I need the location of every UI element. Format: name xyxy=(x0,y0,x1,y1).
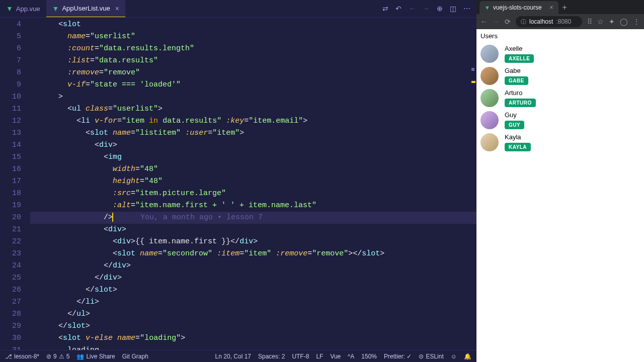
user-badge[interactable]: ARTURO xyxy=(505,99,536,107)
tab-label: App.vue xyxy=(16,5,40,13)
avatar xyxy=(480,133,499,151)
undo-icon[interactable]: ↶ xyxy=(395,5,401,13)
user-list: AxelleAXELLEGabeGABEArturoARTUROGuyGUYKa… xyxy=(480,43,640,153)
user-name: Kayla xyxy=(505,133,531,141)
status-bar: ⎇lesson-8* ⊘9 ⚠5 👥Live Share Git Graph L… xyxy=(0,350,476,362)
feedback-icon[interactable]: ☺ xyxy=(451,353,457,360)
address-bar[interactable]: ⓘ localhost:8080 xyxy=(516,16,582,27)
close-icon[interactable]: × xyxy=(115,5,119,13)
address-port: :8080 xyxy=(556,18,571,25)
prev-icon[interactable]: ← xyxy=(409,5,416,13)
new-tab-button[interactable]: + xyxy=(558,1,571,14)
warning-icon: ⚠ xyxy=(59,353,64,360)
next-icon[interactable]: → xyxy=(423,5,430,13)
address-host: localhost xyxy=(529,18,553,25)
prettier-status[interactable]: Prettier: ✓ xyxy=(384,353,412,360)
editor-panel: ▼ App.vue ▼ AppUserList.vue × ⇄ ↶ ← → ⊕ … xyxy=(0,0,476,362)
tab-actions: ⇄ ↶ ← → ⊕ ◫ ⋯ xyxy=(382,5,476,13)
notifications-icon[interactable]: 🔔 xyxy=(464,353,471,360)
split-icon[interactable]: ◫ xyxy=(450,5,456,13)
user-row: GuyGUY xyxy=(480,109,640,131)
user-name: Arturo xyxy=(505,89,536,97)
minimap-markers xyxy=(471,68,475,83)
indent-setting[interactable]: Spaces: 2 xyxy=(258,353,285,360)
user-row: GabeGABE xyxy=(480,65,640,87)
user-badge[interactable]: GABE xyxy=(505,76,528,85)
tab-appuserlist-vue[interactable]: ▼ AppUserList.vue × xyxy=(46,0,125,17)
user-row: ArturoARTURO xyxy=(480,87,640,109)
avatar xyxy=(480,89,499,107)
browser-tab[interactable]: ▼ vuejs-slots-course × xyxy=(479,1,558,14)
eslint-icon: ⊝ xyxy=(419,353,424,360)
profile-icon[interactable]: ◯ xyxy=(620,18,628,26)
compare-icon[interactable]: ⇄ xyxy=(382,5,388,13)
line-gutter: 4567891011121314151617181920212223242526… xyxy=(0,18,30,350)
editor-tabs: ▼ App.vue ▼ AppUserList.vue × ⇄ ↶ ← → ⊕ … xyxy=(0,0,476,18)
branch-icon: ⎇ xyxy=(5,353,12,360)
page-title: Users xyxy=(480,32,640,40)
user-badge[interactable]: GUY xyxy=(505,121,524,129)
more-icon[interactable]: ⋯ xyxy=(463,5,470,13)
encoding[interactable]: UTF-8 xyxy=(292,353,309,360)
avatar xyxy=(480,67,499,85)
avatar xyxy=(480,45,499,63)
vue-icon: ▼ xyxy=(6,5,13,13)
tab-app-vue[interactable]: ▼ App.vue xyxy=(0,0,46,17)
user-name: Gabe xyxy=(505,67,528,74)
git-graph[interactable]: Git Graph xyxy=(122,353,148,360)
avatar xyxy=(480,111,499,129)
menu-icon[interactable]: ⋮ xyxy=(633,18,640,26)
browser-toolbar: ← → ⟳ ⓘ localhost:8080 ⠿ ☆ ✦ ◯ ⋮ xyxy=(476,14,644,29)
user-badge[interactable]: AXELLE xyxy=(505,54,534,63)
vue-icon: ▼ xyxy=(485,5,490,11)
user-name: Guy xyxy=(505,111,524,119)
tab-label: AppUserList.vue xyxy=(62,5,110,12)
live-share-icon: 👥 xyxy=(76,353,84,360)
eslint-status[interactable]: ⊝ESLint xyxy=(419,353,443,360)
forward-icon[interactable]: → xyxy=(493,18,500,26)
extensions-icon[interactable]: ✦ xyxy=(609,18,615,26)
site-info-icon[interactable]: ⓘ xyxy=(521,18,526,26)
language-mode[interactable]: Vue xyxy=(330,353,341,360)
cursor-position[interactable]: Ln 20, Col 17 xyxy=(215,353,251,360)
browser-panel: ▼ vuejs-slots-course × + ← → ⟳ ⓘ localho… xyxy=(476,0,644,362)
error-icon: ⊘ xyxy=(46,353,51,360)
back-icon[interactable]: ← xyxy=(480,18,488,26)
vue-icon: ▼ xyxy=(52,5,59,13)
user-row: KaylaKAYLA xyxy=(480,131,640,153)
browser-tab-title: vuejs-slots-course xyxy=(493,4,542,11)
live-share[interactable]: 👥Live Share xyxy=(76,353,115,360)
user-badge[interactable]: KAYLA xyxy=(505,143,531,151)
zoom-level[interactable]: 150% xyxy=(361,353,377,360)
branch-indicator[interactable]: ⎇lesson-8* xyxy=(5,353,39,360)
problems-indicator[interactable]: ⊘9 ⚠5 xyxy=(46,353,69,360)
user-name: Axelle xyxy=(505,45,534,52)
text-size-icon[interactable]: ᴬA xyxy=(348,353,354,360)
code-editor[interactable]: 4567891011121314151617181920212223242526… xyxy=(0,18,476,350)
translate-icon[interactable]: ⠿ xyxy=(587,18,592,26)
close-icon[interactable]: × xyxy=(550,4,553,11)
browser-tabstrip: ▼ vuejs-slots-course × + xyxy=(476,0,644,14)
bookmark-icon[interactable]: ☆ xyxy=(597,18,604,26)
reload-icon[interactable]: ⟳ xyxy=(505,18,511,26)
page-content: Users AxelleAXELLEGabeGABEArturoARTUROGu… xyxy=(476,29,644,362)
eol[interactable]: LF xyxy=(316,353,323,360)
user-row: AxelleAXELLE xyxy=(480,43,640,65)
run-icon[interactable]: ⊕ xyxy=(437,5,443,13)
code-content[interactable]: <slot name="userlist" :count="data.resul… xyxy=(30,18,476,350)
